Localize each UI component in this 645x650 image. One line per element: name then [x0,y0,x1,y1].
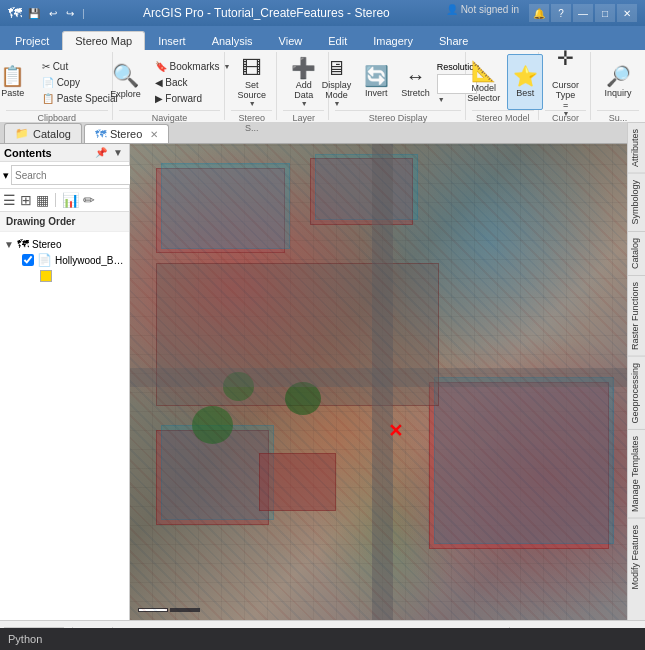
cursor-type-icon: ✛ [557,48,574,68]
stereo-group-icon: 🗺 [17,237,29,251]
redo-quick-btn[interactable]: ↪ [63,7,77,20]
attributes-panel-btn[interactable]: Attributes [628,122,645,173]
building-1-cyan [161,163,290,249]
main-layout: Contents 📌 ▼ ▾ 🔍 ☰ ⊞ ▦ 📊 ✏ Drawing Order… [0,144,645,620]
navigate-fwd-button[interactable]: ▶ Forward [150,91,236,106]
save-quick-btn[interactable]: 💾 [25,7,43,20]
inquiry-icon: 🔎 [606,66,631,86]
table-view-btn[interactable]: ⊞ [20,192,32,208]
contents-menu-btn[interactable]: ▼ [111,146,125,159]
chart-btn[interactable]: 📊 [62,192,79,208]
contents-toolbar: ☰ ⊞ ▦ 📊 ✏ [0,189,129,212]
app-icon: 🗺 [8,5,22,21]
python-bar[interactable]: Python [0,628,645,650]
close-btn[interactable]: ✕ [617,4,637,22]
pin-btn[interactable]: 📌 [93,146,109,159]
map-scale-bar [138,608,200,612]
help-btn[interactable]: ? [551,4,571,22]
title-bar: 🗺 💾 ↩ ↪ | ArcGIS Pro - Tutorial_CreateFe… [0,0,645,26]
best-button[interactable]: ⭐ Best [507,54,543,110]
cursor-type-button[interactable]: ✛ Cursor Type = ▼ [547,54,584,110]
parking-1 [156,263,439,406]
tab-project[interactable]: Project [2,31,62,50]
minimize-btn[interactable]: — [573,4,593,22]
raster-functions-panel-btn[interactable]: Raster Functions [628,275,645,356]
map-area[interactable]: ✕ [130,144,645,620]
stereo-s-group-label: Stereo S... [231,110,272,133]
collapse-stereo-icon[interactable]: ▼ [4,239,14,250]
tab-view[interactable]: View [266,31,316,50]
stereo-display-group-label: Stereo Display [335,110,460,123]
grid-view-btn[interactable]: ▦ [36,192,49,208]
ribbon-group-cursor: ✛ Cursor Type = ▼ Cursor [541,52,591,120]
feature-layer-icon: 📄 [37,253,52,267]
navigate-group-label: Navigate [119,110,221,123]
explore-button[interactable]: 🔍 Explore [104,54,148,110]
building-4-cyan [161,425,274,520]
manage-templates-panel-btn[interactable]: Manage Templates [628,429,645,518]
notify-btn[interactable]: 🔔 [529,4,549,22]
account-icon: 👤 [446,4,458,15]
building-5 [259,453,336,510]
ribbon-group-clipboard: 📋 Paste ✂ Cut 📄 Copy 📋 Paste Special Cli… [2,52,113,120]
tab-imagery[interactable]: Imagery [360,31,426,50]
scale-bar-black [170,608,200,612]
road-vertical [372,144,393,620]
tab-edit[interactable]: Edit [315,31,360,50]
stretch-button[interactable]: ↔ Stretch [396,54,435,110]
contents-title: Contents [4,147,52,159]
add-data-icon: ➕ [291,58,316,78]
display-mode-button[interactable]: 🖥 Display Mode ▼ [317,54,357,110]
clipboard-group-label: Clipboard [6,110,108,123]
tab-catalog[interactable]: 📁 Catalog [4,123,82,143]
list-view-btn[interactable]: ☰ [3,192,16,208]
road-horizontal [130,368,645,387]
display-mode-icon: 🖥 [326,58,346,78]
set-source-button[interactable]: 🎞 Set Source ▼ [233,54,272,110]
ribbon-tabs: Project Stereo Map Insert Analysis View … [0,26,645,50]
navigate-small-group: 🔖 Bookmarks ▼ ◀ Back ▶ Forward [150,54,236,110]
invert-button[interactable]: 🔄 Invert [358,54,394,110]
layer-group-stereo[interactable]: ▼ 🗺 Stereo [4,236,125,252]
edit-btn[interactable]: ✏ [83,192,95,208]
layer-hollywood-buildings[interactable]: 📄 Hollywood_Buildings_C... [4,252,125,268]
catalog-panel-btn[interactable]: Catalog [628,231,645,275]
tab-share[interactable]: Share [426,31,481,50]
cyan-overlay [130,144,645,620]
navigate-back-button[interactable]: ◀ Back [150,75,236,90]
map-cursor: ✕ [388,420,408,440]
building-4 [156,430,269,525]
symbology-panel-btn[interactable]: Symbology [628,173,645,231]
paste-button[interactable]: 📋 Paste [0,54,35,110]
toolbar-separator-1 [55,193,56,207]
top-right-not-signed-in[interactable]: 👤 Not signed in [446,4,519,22]
bookmarks-button[interactable]: 🔖 Bookmarks ▼ [150,59,236,74]
document-tabs: 📁 Catalog 🗺 Stereo ✕ › [0,122,645,144]
layer-visibility-checkbox[interactable] [22,254,34,266]
model-selector-icon: 📐 [471,61,496,81]
model-selector-button[interactable]: 📐 Model Selector [462,54,505,110]
tree-3 [285,382,321,415]
modify-features-panel-btn[interactable]: Modify Features [628,518,645,596]
ribbon-group-navigate: 🔍 Explore 🔖 Bookmarks ▼ ◀ Back ▶ Forward… [115,52,226,120]
inquiry-button[interactable]: 🔎 Inquiry [600,54,637,110]
geoprocessing-panel-btn[interactable]: Geoprocessing [628,356,645,430]
ribbon-group-stereo-s: 🎞 Set Source ▼ Stereo S... [227,52,277,120]
ribbon-group-inquiry: 🔎 Inquiry Su... [593,52,643,120]
contents-header: Contents 📌 ▼ [0,144,129,162]
ribbon-group-stereo-model: 📐 Model Selector ⭐ Best Stereo Model [468,52,539,120]
tab-analysis[interactable]: Analysis [199,31,266,50]
map-canvas: ✕ [130,144,645,620]
layer-color-swatch [40,270,52,282]
maximize-btn[interactable]: □ [595,4,615,22]
building-1 [156,168,285,254]
stereo-tab-close[interactable]: ✕ [150,129,158,140]
tab-stereo-doc[interactable]: 🗺 Stereo ✕ [84,124,169,143]
undo-quick-btn[interactable]: ↩ [46,7,60,20]
catalog-tab-icon: 📁 [15,127,29,140]
building-2 [310,158,413,225]
aerial-photo: ✕ [130,144,645,620]
tab-stereo-map[interactable]: Stereo Map [62,31,145,50]
tab-insert[interactable]: Insert [145,31,199,50]
search-input[interactable] [11,165,146,185]
